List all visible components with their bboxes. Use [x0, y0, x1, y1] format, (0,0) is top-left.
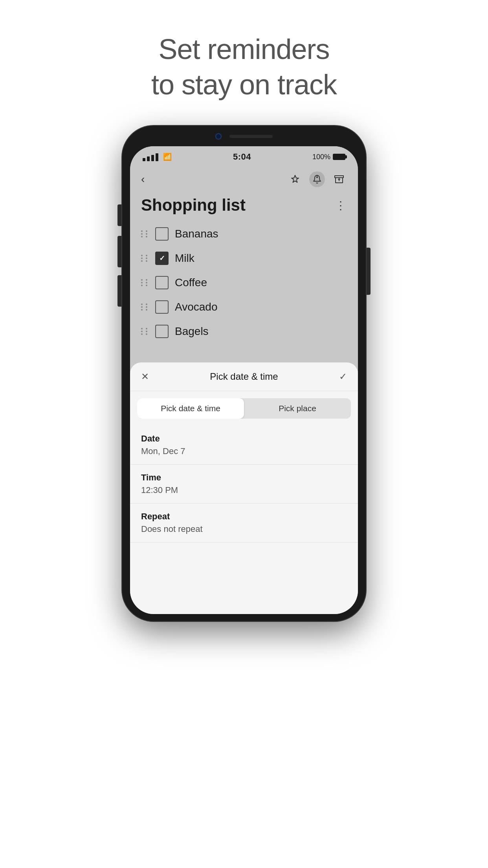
item-text-bananas: Bananas [175, 228, 218, 240]
wifi-icon: 📶 [163, 153, 172, 161]
app-header: ‹ [130, 165, 358, 192]
checkbox-bagels[interactable] [155, 325, 169, 338]
item-text-bagels: Bagels [175, 325, 209, 338]
drag-handle [141, 328, 149, 335]
status-bar: 📶 5:04 100% [130, 146, 358, 165]
phone-mockup: 📶 5:04 100% ‹ [122, 126, 366, 857]
speaker-notch [229, 135, 273, 138]
note-title-bar: Shopping list ⋮ [130, 192, 358, 222]
tab-switcher: Pick date & time Pick place [137, 398, 351, 419]
drag-handle [141, 279, 149, 286]
sheet-confirm-button[interactable]: ✓ [339, 371, 347, 382]
item-text-coffee: Coffee [175, 276, 207, 289]
sheet-title: Pick date & time [210, 371, 278, 382]
item-text-milk: Milk [175, 252, 194, 265]
reminder-button[interactable] [309, 171, 325, 187]
back-button[interactable]: ‹ [141, 173, 145, 186]
phone-screen: 📶 5:04 100% ‹ [130, 146, 358, 614]
tab-date-time[interactable]: Pick date & time [137, 398, 244, 419]
checkbox-milk[interactable]: ✓ [155, 252, 169, 265]
repeat-field[interactable]: Repeat Does not repeat [130, 504, 358, 542]
list-item: Coffee [136, 270, 352, 295]
date-label: Date [141, 434, 347, 444]
time-label: Time [141, 473, 347, 483]
time-field[interactable]: Time 12:30 PM [130, 465, 358, 504]
svg-point-1 [317, 177, 317, 178]
svg-rect-2 [335, 176, 343, 178]
drag-handle [141, 303, 149, 311]
signal-area: 📶 [143, 153, 172, 161]
checkbox-bananas[interactable] [155, 227, 169, 241]
list-item: ✓ Milk [136, 246, 352, 270]
sheet-header: ✕ Pick date & time ✓ [130, 362, 358, 391]
battery-icon [333, 154, 345, 160]
checkbox-avocado[interactable] [155, 300, 169, 314]
tab-place[interactable]: Pick place [244, 398, 351, 419]
more-button[interactable]: ⋮ [335, 199, 347, 212]
list-area: Bananas ✓ Milk [130, 222, 358, 344]
archive-button[interactable] [331, 171, 347, 187]
repeat-value: Does not repeat [141, 524, 347, 534]
camera-notch [215, 133, 222, 140]
date-field[interactable]: Date Mon, Dec 7 [130, 426, 358, 465]
drag-handle [141, 230, 149, 237]
battery-area: 100% [312, 153, 345, 161]
battery-text: 100% [312, 153, 330, 161]
sheet-close-button[interactable]: ✕ [141, 371, 149, 382]
drag-handle [141, 255, 149, 262]
bottom-sheet: ✕ Pick date & time ✓ Pick date & time Pi… [130, 362, 358, 614]
checkbox-coffee[interactable] [155, 276, 169, 289]
header-icons [287, 171, 347, 187]
notch-area [197, 131, 291, 142]
status-time: 5:04 [233, 152, 251, 162]
list-item: Bananas [136, 222, 352, 246]
list-item: Bagels [136, 319, 352, 344]
item-text-avocado: Avocado [175, 301, 217, 313]
note-title: Shopping list [141, 196, 246, 215]
phone-shell: 📶 5:04 100% ‹ [122, 126, 366, 621]
list-item: Avocado [136, 295, 352, 319]
date-value: Mon, Dec 7 [141, 446, 347, 456]
pin-button[interactable] [287, 171, 303, 187]
page-headline: Set reminders to stay on track [151, 31, 337, 102]
time-value: 12:30 PM [141, 485, 347, 495]
repeat-label: Repeat [141, 511, 347, 522]
